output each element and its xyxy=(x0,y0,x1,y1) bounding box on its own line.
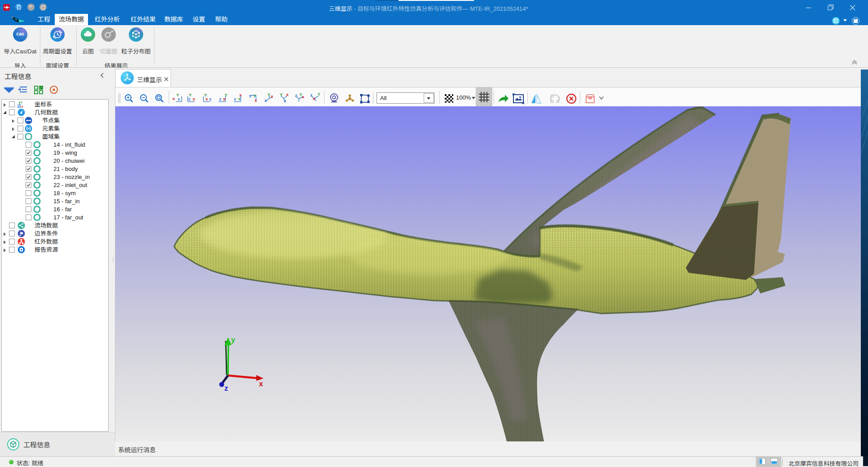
svg-text:z: z xyxy=(295,93,297,98)
svg-text:x: x xyxy=(254,98,257,103)
svg-text:z: z xyxy=(310,92,312,97)
svg-text:x: x xyxy=(22,105,23,108)
svg-text:Y: Y xyxy=(267,92,271,97)
svg-text:x: x xyxy=(259,380,263,388)
svg-text:z: z xyxy=(18,105,20,108)
svg-text:z: z xyxy=(264,98,267,103)
svg-text:x: x xyxy=(223,96,226,101)
svg-text:x: x xyxy=(206,96,208,101)
svg-text:x: x xyxy=(313,96,316,101)
svg-text:x: x xyxy=(286,92,289,97)
svg-text:z: z xyxy=(209,96,211,101)
svg-text:z: z xyxy=(219,96,221,101)
svg-text:z: z xyxy=(284,98,286,103)
svg-text:z: z xyxy=(234,96,236,101)
svg-text:x: x xyxy=(302,94,304,99)
svg-text:Y: Y xyxy=(280,92,283,97)
svg-text:z: z xyxy=(224,384,228,392)
svg-text:Y: Y xyxy=(318,92,320,96)
svg-text:Y: Y xyxy=(224,92,228,97)
svg-text:z: z xyxy=(249,93,251,98)
svg-text:z: z xyxy=(178,96,180,101)
svg-text:Y: Y xyxy=(21,101,23,104)
svg-text:Y: Y xyxy=(238,96,241,101)
svg-text:y: y xyxy=(231,336,235,344)
svg-text:x: x xyxy=(172,96,175,101)
svg-text:x: x xyxy=(193,96,195,101)
svg-text:x: x xyxy=(239,92,242,97)
svg-text:z: z xyxy=(188,96,190,101)
svg-text:x: x xyxy=(271,94,273,99)
